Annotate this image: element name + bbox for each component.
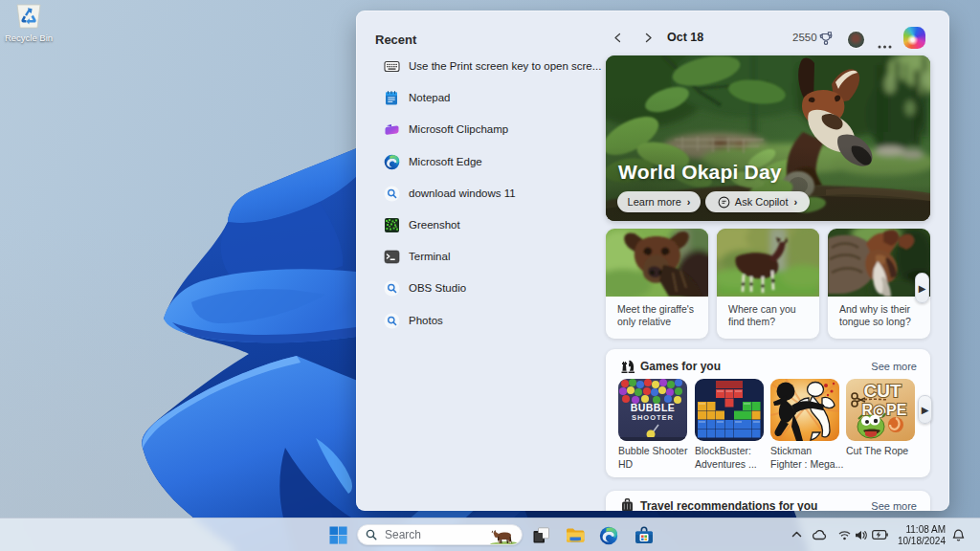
svg-text:CUT: CUT — [863, 381, 901, 401]
svg-text:SHOOTER: SHOOTER — [632, 413, 674, 422]
svg-text:BUBBLE: BUBBLE — [631, 402, 676, 413]
